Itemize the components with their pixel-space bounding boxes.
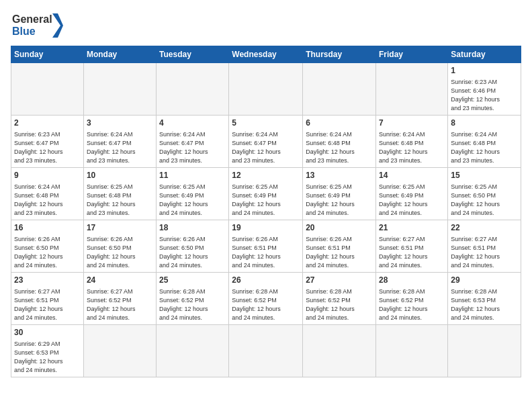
calendar-cell: 23Sunrise: 6:27 AM Sunset: 6:51 PM Dayli… xyxy=(11,272,84,324)
day-number: 24 xyxy=(87,275,153,286)
day-header-friday: Friday xyxy=(376,46,448,63)
logo: GeneralBlue xyxy=(11,11,64,40)
day-info: Sunrise: 6:24 AM Sunset: 6:48 PM Dayligh… xyxy=(306,130,373,165)
day-number: 20 xyxy=(306,222,373,234)
day-number: 8 xyxy=(451,118,518,129)
day-number: 26 xyxy=(232,275,300,286)
day-info: Sunrise: 6:25 AM Sunset: 6:49 PM Dayligh… xyxy=(379,183,445,218)
calendar-cell xyxy=(11,63,84,116)
day-number: 11 xyxy=(159,170,226,181)
day-info: Sunrise: 6:27 AM Sunset: 6:51 PM Dayligh… xyxy=(379,235,445,270)
calendar-cell: 16Sunrise: 6:26 AM Sunset: 6:50 PM Dayli… xyxy=(11,220,84,272)
day-info: Sunrise: 6:26 AM Sunset: 6:50 PM Dayligh… xyxy=(159,235,226,270)
day-header-wednesday: Wednesday xyxy=(229,46,303,63)
day-info: Sunrise: 6:27 AM Sunset: 6:51 PM Dayligh… xyxy=(14,287,81,322)
day-info: Sunrise: 6:26 AM Sunset: 6:51 PM Dayligh… xyxy=(306,235,373,270)
day-info: Sunrise: 6:24 AM Sunset: 6:48 PM Dayligh… xyxy=(14,183,81,218)
day-number: 13 xyxy=(306,170,373,181)
calendar-cell xyxy=(83,63,156,116)
day-number: 19 xyxy=(232,222,300,234)
day-number: 4 xyxy=(159,118,226,129)
day-number: 2 xyxy=(14,118,81,129)
calendar-cell: 6Sunrise: 6:24 AM Sunset: 6:48 PM Daylig… xyxy=(303,115,376,167)
day-number: 10 xyxy=(87,170,153,181)
calendar-cell: 15Sunrise: 6:25 AM Sunset: 6:50 PM Dayli… xyxy=(448,167,521,220)
day-number: 23 xyxy=(14,275,81,286)
day-number: 18 xyxy=(159,222,226,234)
day-header-saturday: Saturday xyxy=(448,46,521,63)
day-number: 6 xyxy=(306,118,373,129)
day-info: Sunrise: 6:27 AM Sunset: 6:52 PM Dayligh… xyxy=(87,287,153,322)
day-info: Sunrise: 6:24 AM Sunset: 6:47 PM Dayligh… xyxy=(87,130,153,165)
day-number: 5 xyxy=(232,118,300,129)
day-number: 29 xyxy=(451,275,518,286)
calendar-cell xyxy=(157,63,229,116)
day-number: 14 xyxy=(379,170,445,181)
day-header-tuesday: Tuesday xyxy=(157,46,229,63)
calendar-cell: 8Sunrise: 6:24 AM Sunset: 6:48 PM Daylig… xyxy=(448,115,521,167)
calendar-cell xyxy=(448,324,521,377)
calendar-cell: 27Sunrise: 6:28 AM Sunset: 6:52 PM Dayli… xyxy=(303,272,376,324)
day-info: Sunrise: 6:28 AM Sunset: 6:52 PM Dayligh… xyxy=(306,287,373,322)
calendar-cell: 26Sunrise: 6:28 AM Sunset: 6:52 PM Dayli… xyxy=(229,272,303,324)
day-info: Sunrise: 6:26 AM Sunset: 6:51 PM Dayligh… xyxy=(232,235,300,270)
calendar-cell: 29Sunrise: 6:28 AM Sunset: 6:53 PM Dayli… xyxy=(448,272,521,324)
calendar-cell: 4Sunrise: 6:24 AM Sunset: 6:47 PM Daylig… xyxy=(157,115,229,167)
calendar-cell xyxy=(303,63,376,116)
calendar-cell: 3Sunrise: 6:24 AM Sunset: 6:47 PM Daylig… xyxy=(83,115,156,167)
day-info: Sunrise: 6:28 AM Sunset: 6:52 PM Dayligh… xyxy=(232,287,300,322)
day-info: Sunrise: 6:28 AM Sunset: 6:52 PM Dayligh… xyxy=(159,287,226,322)
calendar-cell: 19Sunrise: 6:26 AM Sunset: 6:51 PM Dayli… xyxy=(229,220,303,272)
calendar-cell: 18Sunrise: 6:26 AM Sunset: 6:50 PM Dayli… xyxy=(157,220,229,272)
day-number: 21 xyxy=(379,222,445,234)
day-info: Sunrise: 6:28 AM Sunset: 6:52 PM Dayligh… xyxy=(379,287,445,322)
svg-text:Blue: Blue xyxy=(12,26,36,37)
calendar-cell: 9Sunrise: 6:24 AM Sunset: 6:48 PM Daylig… xyxy=(11,167,84,220)
day-number: 28 xyxy=(379,275,445,286)
calendar-cell: 25Sunrise: 6:28 AM Sunset: 6:52 PM Dayli… xyxy=(157,272,229,324)
calendar-cell: 17Sunrise: 6:26 AM Sunset: 6:50 PM Dayli… xyxy=(83,220,156,272)
calendar-cell: 13Sunrise: 6:25 AM Sunset: 6:49 PM Dayli… xyxy=(303,167,376,220)
day-info: Sunrise: 6:28 AM Sunset: 6:53 PM Dayligh… xyxy=(451,287,518,322)
day-header-monday: Monday xyxy=(83,46,156,63)
day-info: Sunrise: 6:25 AM Sunset: 6:49 PM Dayligh… xyxy=(232,183,300,218)
calendar-cell: 11Sunrise: 6:25 AM Sunset: 6:49 PM Dayli… xyxy=(157,167,229,220)
calendar-cell: 14Sunrise: 6:25 AM Sunset: 6:49 PM Dayli… xyxy=(376,167,448,220)
day-number: 25 xyxy=(159,275,226,286)
day-number: 16 xyxy=(14,222,81,234)
day-number: 15 xyxy=(451,170,518,181)
day-number: 1 xyxy=(451,65,518,77)
day-number: 27 xyxy=(306,275,373,286)
svg-text:General: General xyxy=(12,13,52,25)
calendar-cell: 5Sunrise: 6:24 AM Sunset: 6:47 PM Daylig… xyxy=(229,115,303,167)
day-header-sunday: Sunday xyxy=(11,46,84,63)
day-info: Sunrise: 6:27 AM Sunset: 6:51 PM Dayligh… xyxy=(451,235,518,270)
calendar-cell: 24Sunrise: 6:27 AM Sunset: 6:52 PM Dayli… xyxy=(83,272,156,324)
calendar-cell: 10Sunrise: 6:25 AM Sunset: 6:48 PM Dayli… xyxy=(83,167,156,220)
calendar-cell: 30Sunrise: 6:29 AM Sunset: 6:53 PM Dayli… xyxy=(11,324,84,377)
day-info: Sunrise: 6:24 AM Sunset: 6:48 PM Dayligh… xyxy=(451,130,518,165)
calendar-cell xyxy=(157,324,229,377)
calendar-table: SundayMondayTuesdayWednesdayThursdayFrid… xyxy=(11,46,521,377)
day-number: 22 xyxy=(451,222,518,234)
day-header-thursday: Thursday xyxy=(303,46,376,63)
calendar-cell: 1Sunrise: 6:23 AM Sunset: 6:46 PM Daylig… xyxy=(448,63,521,116)
day-info: Sunrise: 6:24 AM Sunset: 6:47 PM Dayligh… xyxy=(232,130,300,165)
day-info: Sunrise: 6:26 AM Sunset: 6:50 PM Dayligh… xyxy=(14,235,81,270)
day-info: Sunrise: 6:25 AM Sunset: 6:49 PM Dayligh… xyxy=(159,183,226,218)
day-info: Sunrise: 6:24 AM Sunset: 6:48 PM Dayligh… xyxy=(379,130,445,165)
calendar-cell xyxy=(229,324,303,377)
day-number: 30 xyxy=(14,327,81,338)
day-number: 9 xyxy=(14,170,81,181)
page-header: GeneralBlue xyxy=(11,11,521,40)
logo-icon: GeneralBlue xyxy=(11,11,64,40)
calendar-cell xyxy=(376,324,448,377)
calendar-cell: 12Sunrise: 6:25 AM Sunset: 6:49 PM Dayli… xyxy=(229,167,303,220)
day-info: Sunrise: 6:29 AM Sunset: 6:53 PM Dayligh… xyxy=(14,340,81,375)
day-number: 12 xyxy=(232,170,300,181)
calendar-cell: 2Sunrise: 6:23 AM Sunset: 6:47 PM Daylig… xyxy=(11,115,84,167)
calendar-cell xyxy=(376,63,448,116)
day-number: 7 xyxy=(379,118,445,129)
calendar-cell xyxy=(229,63,303,116)
day-info: Sunrise: 6:23 AM Sunset: 6:46 PM Dayligh… xyxy=(451,78,518,113)
